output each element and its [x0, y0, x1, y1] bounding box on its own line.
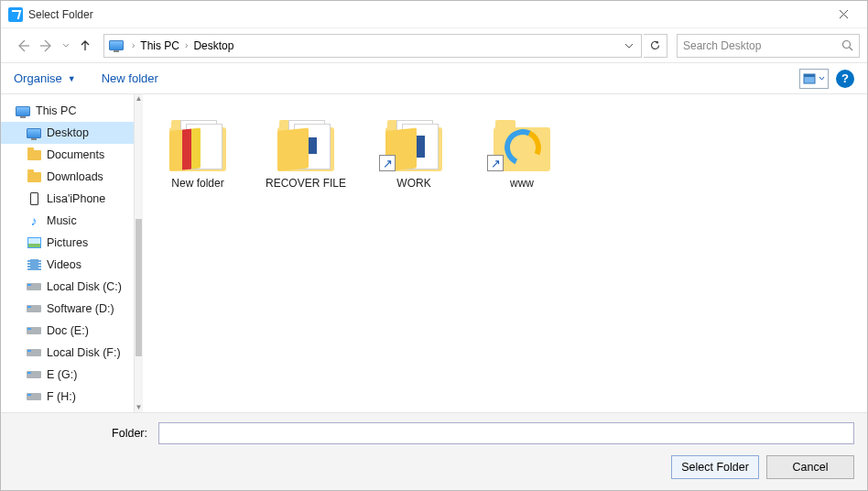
address-bar[interactable]: › This PC › Desktop	[103, 34, 642, 58]
folder-item[interactable]: ↗WORK	[368, 107, 460, 190]
refresh-icon	[649, 39, 661, 51]
refresh-button[interactable]	[644, 34, 667, 58]
tree-label: Music	[47, 214, 77, 227]
tree-scrollbar[interactable]: ▲ ▼	[135, 94, 143, 412]
tree-label: Local Disk (C:)	[47, 280, 122, 293]
tree-item[interactable]: Downloads	[1, 166, 134, 188]
folder-thumbnail: ↗	[377, 107, 450, 171]
chevron-down-icon: ▼	[68, 74, 76, 83]
folder-tree[interactable]: This PCDesktopDocumentsDownloadsLisa'iPh…	[1, 94, 135, 412]
new-folder-label: New folder	[102, 71, 158, 85]
app-icon	[8, 7, 23, 22]
title-bar: Select Folder	[1, 1, 867, 28]
disk-icon	[27, 390, 41, 403]
tree-label: Local Disk (F:)	[47, 346, 121, 359]
disk-icon	[27, 346, 41, 359]
folder-item-label: www	[476, 177, 568, 190]
scroll-thumb[interactable]	[136, 219, 142, 356]
tree-root-this-pc[interactable]: This PC	[1, 100, 134, 122]
cancel-label: Cancel	[793, 461, 829, 474]
nav-bar: › This PC › Desktop Search Desktop	[1, 28, 867, 63]
phone-icon	[27, 192, 41, 205]
scroll-down-icon[interactable]: ▼	[135, 403, 143, 412]
close-button[interactable]	[823, 2, 863, 27]
navigation-pane: This PCDesktopDocumentsDownloadsLisa'iPh…	[1, 94, 143, 412]
scroll-up-icon[interactable]: ▲	[135, 94, 143, 104]
shortcut-overlay-icon: ↗	[379, 155, 396, 171]
tree-label: Documents	[47, 148, 104, 161]
view-options-button[interactable]	[799, 69, 829, 89]
video-icon	[27, 258, 41, 271]
folder-item[interactable]: ↗www	[476, 107, 568, 190]
folder-item[interactable]: New folder	[152, 107, 244, 190]
music-icon: ♪	[27, 214, 41, 227]
address-dropdown-button[interactable]	[619, 43, 639, 49]
folder-thumbnail	[269, 107, 342, 171]
tree-label: Videos	[47, 258, 81, 271]
chevron-down-icon	[62, 43, 70, 49]
forward-button[interactable]	[36, 35, 58, 57]
chevron-down-icon	[819, 76, 825, 81]
body: This PCDesktopDocumentsDownloadsLisa'iPh…	[1, 94, 867, 412]
up-arrow-icon	[78, 38, 92, 53]
tree-item[interactable]: Documents	[1, 144, 134, 166]
tree-item[interactable]: ♪Music	[1, 210, 134, 232]
folder-icon	[27, 148, 41, 161]
tree-label: Lisa'iPhone	[47, 192, 105, 205]
folder-item-label: New folder	[152, 177, 244, 190]
tree-label: Doc (E:)	[47, 324, 89, 337]
location-icon	[108, 39, 125, 52]
tree-item[interactable]: F (H:)	[1, 386, 134, 408]
folder-label: Folder:	[14, 427, 151, 440]
organise-label: Organise	[14, 71, 62, 85]
folder-name-input[interactable]	[158, 422, 854, 444]
tree-label: Downloads	[47, 170, 103, 183]
folder-name-row: Folder:	[14, 422, 854, 444]
tree-item[interactable]: Local Disk (F:)	[1, 342, 134, 364]
search-input[interactable]: Search Desktop	[677, 34, 860, 58]
up-button[interactable]	[74, 35, 96, 57]
thumbnails-icon	[803, 73, 816, 84]
help-icon: ?	[841, 71, 849, 85]
tree-item[interactable]: Software (D:)	[1, 298, 134, 320]
svg-point-0	[843, 41, 851, 49]
select-folder-label: Select Folder	[681, 461, 749, 474]
tree-label: Software (D:)	[47, 302, 114, 315]
folder-icon	[27, 170, 41, 183]
tree-item[interactable]: Local Disk (C:)	[1, 276, 134, 298]
dialog-footer: Folder: Select Folder Cancel	[1, 412, 867, 490]
select-folder-button[interactable]: Select Folder	[671, 455, 759, 479]
toolbar-right: ?	[799, 69, 854, 89]
svg-rect-2	[804, 74, 815, 77]
organise-menu[interactable]: Organise ▼	[14, 71, 76, 85]
recent-locations-button[interactable]	[60, 35, 72, 57]
tree-item[interactable]: Lisa'iPhone	[1, 188, 134, 210]
folder-thumbnail	[161, 107, 234, 171]
tree-item[interactable]: E (G:)	[1, 364, 134, 386]
tree-label: This PC	[36, 104, 76, 117]
breadcrumb-root[interactable]: This PC	[138, 39, 181, 52]
folder-thumbnail: ↗	[485, 107, 559, 171]
new-folder-button[interactable]: New folder	[102, 71, 158, 85]
tree-item[interactable]: Pictures	[1, 232, 134, 254]
picture-icon	[27, 236, 41, 249]
disk-icon	[27, 324, 41, 337]
tree-item[interactable]: Videos	[1, 254, 134, 276]
tree-item[interactable]: Doc (E:)	[1, 320, 134, 342]
breadcrumb-segment[interactable]: Desktop	[191, 39, 235, 52]
folder-contents[interactable]: New folderRECOVER FILE↗WORK↗www	[143, 94, 867, 412]
tree-item[interactable]: Desktop	[1, 122, 134, 144]
cancel-button[interactable]: Cancel	[766, 455, 854, 479]
folder-item-label: WORK	[368, 177, 460, 190]
window-title: Select Folder	[28, 8, 823, 21]
help-button[interactable]: ?	[836, 70, 854, 88]
disk-icon	[27, 280, 41, 293]
monitor-icon	[27, 126, 41, 139]
back-button[interactable]	[12, 35, 34, 57]
disk-icon	[27, 368, 41, 381]
chevron-down-icon	[624, 43, 634, 49]
folder-item[interactable]: RECOVER FILE	[260, 107, 352, 190]
monitor-icon	[16, 104, 30, 117]
toolbar: Organise ▼ New folder ?	[1, 63, 867, 94]
select-folder-dialog: Select Folder › This PC › Desktop	[0, 0, 868, 491]
